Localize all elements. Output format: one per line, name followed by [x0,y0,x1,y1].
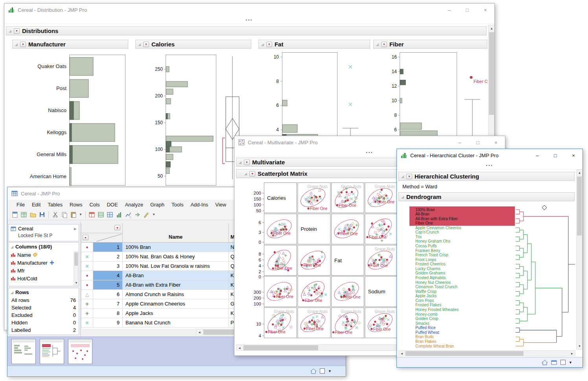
menu-view[interactable]: View [212,201,230,209]
summary-table-icon[interactable] [97,210,105,219]
menu-tables[interactable]: Tables [44,201,66,209]
scroll-up-arrow[interactable]: ▲ [577,170,582,176]
row-number[interactable]: 6 [93,290,123,299]
titlebar-multivariate[interactable]: Cereal - Multivariate - JMP Pro – □ × [234,136,505,149]
horizontal-scrollbar[interactable]: ◄ ► [398,350,575,356]
column-item[interactable]: Manufacturer [9,259,75,267]
close-button[interactable]: × [487,136,505,149]
scrollbar-thumb[interactable] [243,345,318,350]
red-triangle-menu[interactable]: ▼ [143,42,149,47]
toolbar-overflow-dots[interactable]: ••• [4,16,494,24]
status-checkbox[interactable] [320,368,325,374]
row-number[interactable]: 7 [93,299,123,308]
disclosure-icon[interactable]: ◢ [376,42,379,46]
minimize-button[interactable]: – [451,136,469,149]
cell-name[interactable]: Apple Cinnamon Cheerios [123,299,229,308]
columns-panel-header[interactable]: ◢ Columns (18/0) [9,243,79,251]
disclosure-icon[interactable]: ◢ [15,42,18,46]
row-number[interactable]: 5 [93,280,123,289]
run-script-icon[interactable] [133,210,142,219]
panel-header-manufacturer[interactable]: ◢ ▼ Manufacturer [12,40,128,49]
red-triangle-menu[interactable]: ▼ [14,28,20,34]
home-icon[interactable] [310,368,317,374]
journal-icon[interactable] [88,210,96,219]
panel-header-fat[interactable]: ◢ ▼ Fat [258,40,370,49]
maximize-button[interactable]: □ [458,4,476,16]
row-state-cell[interactable]: × [81,252,93,261]
scroll-up-arrow[interactable]: ▲ [488,25,495,31]
row-number[interactable]: 1 [93,243,123,252]
scroll-down-arrow[interactable]: ▼ [577,343,582,349]
row-state-cell[interactable]: + [81,309,93,318]
menu-tools[interactable]: Tools [168,201,187,209]
titlebar-cluster[interactable]: Cereal - Hierarchical Cluster - JMP Pro … [397,149,582,162]
cell-name[interactable]: Apple Jacks [123,309,229,318]
row-state-cell[interactable]: × [81,318,93,327]
red-triangle-menu[interactable]: ▼ [406,174,412,179]
scrollbar-thumb[interactable] [577,177,582,236]
column-header-name[interactable]: Name [123,223,229,242]
menu-edit[interactable]: Edit [28,201,44,209]
disclosure-icon[interactable]: ◢ [401,175,404,179]
new-journal-icon[interactable] [11,210,19,219]
row-state-cell[interactable]: + [81,299,93,308]
row-state-cell[interactable]: ● [81,271,93,280]
disclosure-icon[interactable]: ◢ [261,42,264,46]
red-triangle-menu[interactable]: ▼ [381,42,387,47]
cell-name[interactable]: 100% Bran [123,243,229,252]
row-state-cell[interactable]: ● [81,243,93,252]
distribution-icon[interactable] [115,210,123,219]
scroll-left-arrow[interactable]: ◄ [196,329,203,335]
panel-header-fiber[interactable]: ◢ ▼ Fiber [373,40,487,49]
toolbar-overflow-dots[interactable]: ••• [397,162,582,169]
scrollbar-thumb[interactable] [489,32,494,115]
row-state-cell[interactable]: ● [81,280,93,289]
cell-name[interactable]: Almond Crunch w Raisins [123,290,229,299]
scroll-left-arrow[interactable]: ◄ [399,351,405,357]
open-icon[interactable] [29,210,37,219]
column-item[interactable]: Hot/Cold [9,274,75,282]
disclosure-icon[interactable]: ◢ [244,172,247,176]
cell-name[interactable]: Banana Nut Crunch [123,318,229,327]
toolbar-dropdown-caret[interactable]: ▼ [152,213,155,216]
cell-name[interactable]: All-Bran [123,271,229,280]
row-stat-selected[interactable]: Selected4 [9,304,79,311]
save-icon[interactable] [38,210,46,219]
menu-file[interactable]: File [13,201,28,209]
red-triangle-menu[interactable]: ▼ [244,160,250,165]
red-triangle-menu[interactable]: ▼ [266,42,272,47]
row-state-cell[interactable]: △ [81,290,93,299]
minimize-button[interactable]: – [440,4,458,16]
window-icon[interactable] [551,360,557,365]
chevron-right-icon[interactable]: ▶ [74,227,77,231]
row-number[interactable]: 9 [93,318,123,327]
manufacturer-bar-chart[interactable]: Quaker OatsPostNabiscoKelloggsGeneral Mi… [12,48,128,186]
menu-cols[interactable]: Cols [86,201,103,209]
cut-icon[interactable] [51,210,59,219]
maximize-button[interactable]: □ [469,136,487,149]
thumbnail-distribution[interactable] [11,339,36,364]
status-caret-down[interactable]: ▼ [569,361,572,364]
row-stat-labelled[interactable]: Labelled2 [9,326,79,334]
vertical-scrollbar[interactable]: ▲ ▼ [576,169,582,350]
panel-header-calories[interactable]: ◢ ▼ Calories [135,40,251,49]
disclosure-icon[interactable]: ◢ [9,29,11,33]
red-triangle-menu[interactable]: ▼ [249,171,255,177]
new-data-table-icon[interactable] [20,210,28,219]
report-header-dendrogram[interactable]: ◢ Dendrogram [398,192,575,201]
scrollbar-thumb[interactable] [74,252,78,266]
paste-icon[interactable] [69,210,77,219]
thumbnail-cluster[interactable] [40,339,64,364]
menu-doe[interactable]: DOE [103,201,121,209]
row-number[interactable]: 8 [93,309,123,318]
row-stat-excluded[interactable]: Excluded0 [9,311,79,319]
cell-name[interactable]: 100% Nat. Bran Oats & Honey [123,252,229,261]
thumbnail-multivariate[interactable] [68,339,92,364]
columns-scrollbar[interactable]: ▼ [74,251,78,285]
scrollbar-thumb[interactable] [406,351,523,356]
column-item[interactable]: Mfr [9,267,75,274]
row-number[interactable]: 3 [93,261,123,271]
maximize-button[interactable]: □ [546,149,564,162]
menu-graph[interactable]: Graph [147,201,168,209]
menu-addins[interactable]: Add-Ins [187,201,212,209]
